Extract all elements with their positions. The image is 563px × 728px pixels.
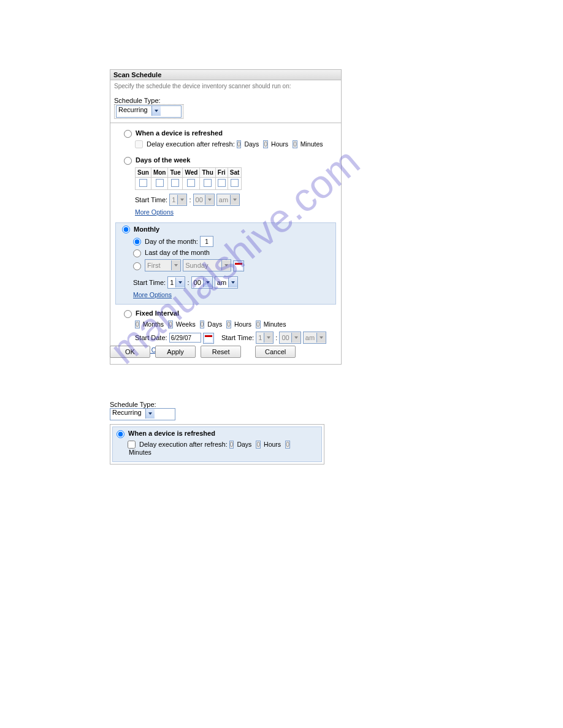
apply-button[interactable]: Apply [155,346,196,358]
section-days-of-week: Days of the week Sun Mon Tue Wed Thu Fri… [114,154,337,221]
radio-when-refreshed-2[interactable] [117,430,124,438]
chk-sun[interactable] [139,179,147,187]
chevron-down-icon [175,278,185,287]
radio-fixed-interval[interactable] [124,310,132,318]
fi-days-label: Days [207,320,222,328]
days-input-2[interactable]: 0 [229,441,234,449]
months-label: Months [143,320,164,328]
weeks-input[interactable]: 0 [168,320,173,328]
monthly-minute-select[interactable]: 00 [191,276,213,289]
minutes-input[interactable]: 0 [293,140,297,148]
minutes-label-2: Minutes [129,449,151,456]
when-refreshed-title: When a device is refreshed [136,129,223,137]
dow-hour-select[interactable]: 1 [169,194,187,206]
section-monthly: Monthly Day of the month: Last day of th… [115,222,336,305]
calendar-icon[interactable] [233,260,244,271]
dow-more-options-link[interactable]: More Options [135,208,174,216]
radio-day-of-month[interactable] [133,238,141,246]
chevron-down-icon [230,195,239,205]
chevron-down-icon [264,333,273,343]
dow-wed: Wed [183,167,200,177]
minutes-input-2[interactable]: 0 [285,441,290,449]
chevron-down-icon [291,333,301,343]
schedule-type-select[interactable]: Recurring [116,105,182,118]
last-day-label: Last day of the month [145,249,210,256]
chevron-down-icon [151,106,161,116]
monthly-hour-select[interactable]: 1 [167,276,185,289]
dow-title: Days of the week [136,156,190,164]
chevron-down-icon [316,333,326,343]
schedule-type-label: Schedule Type: [114,97,337,104]
dow-minute-select[interactable]: 00 [193,194,215,206]
chevron-down-icon [228,278,237,287]
chevron-down-icon [177,195,186,205]
chevron-down-icon [221,260,231,270]
hours-label-2: Hours [264,441,281,448]
fi-minutes-label: Minutes [264,320,286,328]
minutes-label: Minutes [301,140,323,148]
fi-ampm-select[interactable]: am [303,332,326,344]
fi-hours-label: Hours [234,320,251,328]
fixed-title: Fixed Interval [136,309,179,317]
start-date-label: Start Date: [135,334,167,341]
day-of-month-input[interactable] [200,236,213,247]
radio-last-day[interactable] [133,249,141,257]
monthly-title: Monthly [134,226,159,233]
when-refreshed-title-2: When a device is refreshed [128,430,215,437]
radio-ordinal-weekday[interactable] [133,262,141,270]
delay-label: Delay execution after refresh: [147,140,235,148]
monthly-more-options-link[interactable]: More Options [133,291,172,298]
dow-mon: Mon [151,167,168,177]
day-of-month-label: Day of the month: [145,238,198,245]
fi-hour-select[interactable]: 1 [256,332,274,344]
weekday-select[interactable]: Sunday [183,259,231,271]
fi-days-input[interactable]: 0 [200,320,205,328]
monthly-start-time-label: Start Time: [133,279,166,286]
section-when-refreshed: When a device is refreshed Delay executi… [114,127,337,154]
delay-checkbox-2[interactable] [128,441,136,449]
chk-sat[interactable] [231,179,239,187]
days-label-2: Days [237,441,251,448]
chevron-down-icon [145,409,155,419]
hours-label: Hours [271,140,288,148]
radio-monthly[interactable] [122,226,130,233]
fi-start-time-label: Start Time: [221,334,254,341]
chk-fri[interactable] [218,179,226,187]
fi-hours-input[interactable]: 0 [226,320,231,328]
calendar-icon[interactable] [203,333,214,344]
dow-tue: Tue [168,167,183,177]
ordinal-select[interactable]: First [145,259,181,271]
chk-wed[interactable] [187,179,195,187]
radio-when-refreshed[interactable] [124,130,132,138]
start-date-input[interactable] [169,333,201,343]
chevron-down-icon [171,260,180,270]
scan-schedule-panel: Scan Schedule Specify the schedule the d… [110,69,342,365]
days-input[interactable]: 0 [237,140,242,148]
radio-days-of-week[interactable] [124,157,132,165]
hours-input[interactable]: 0 [263,140,268,148]
dow-fri: Fri [215,167,228,177]
monthly-ampm-select[interactable]: am [215,276,238,289]
panel-description: Specify the schedule the device inventor… [114,83,337,89]
hours-input-2[interactable]: 0 [256,441,261,449]
cancel-button[interactable]: Cancel [255,346,296,358]
chk-mon[interactable] [156,179,164,187]
panel-title: Scan Schedule [110,69,342,80]
ok-button[interactable]: OK [110,346,150,358]
dow-thu: Thu [200,167,215,177]
reset-button[interactable]: Reset [201,346,241,358]
button-row: OK Apply Reset Cancel [110,346,299,358]
fi-minutes-input[interactable]: 0 [256,320,261,328]
days-of-week-table: Sun Mon Tue Wed Thu Fri Sat [135,167,242,190]
dow-start-time-label: Start Time: [135,196,167,203]
dow-sat: Sat [228,167,242,177]
weeks-label: Weeks [176,320,196,328]
months-input[interactable]: 0 [135,320,140,328]
delay-checkbox[interactable] [135,140,143,148]
chk-tue[interactable] [171,179,179,187]
schedule-type-select-2[interactable]: Recurring [110,408,175,420]
schedule-type-label-2: Schedule Type: [110,401,324,408]
dow-ampm-select[interactable]: am [216,194,240,206]
chk-thu[interactable] [204,179,212,187]
fi-minute-select[interactable]: 00 [279,332,301,344]
